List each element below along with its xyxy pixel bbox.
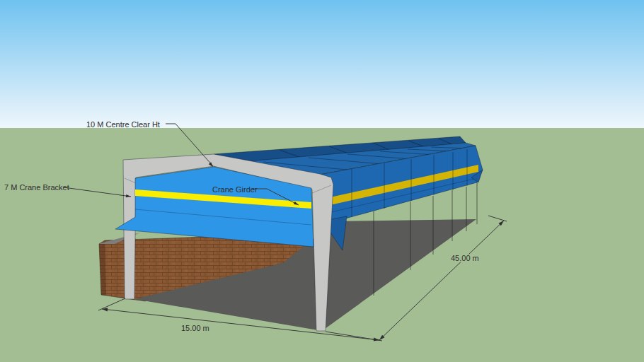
clear-height-label: 10 M Centre Clear Ht [86,120,160,129]
crane-girder-label: Crane Girder [212,185,258,194]
crane-bracket-label: 7 M Crane Bracket [4,183,69,192]
width-dimension-label: 15.00 m [181,324,209,332]
model-3d-viewport[interactable]: 15.00 m 45.00 m 10 M Centre Clear Ht 7 M… [0,0,644,362]
scene-canvas: 15.00 m 45.00 m 10 M Centre Clear Ht 7 M… [0,0,644,362]
sky [0,0,644,129]
length-dimension-label: 45.00 m [451,254,479,262]
